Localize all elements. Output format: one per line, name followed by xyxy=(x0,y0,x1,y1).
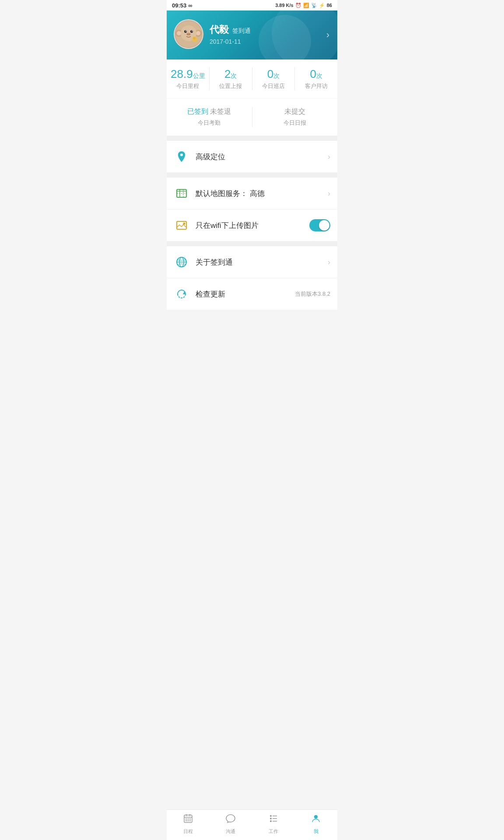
stat-visit: 0次 客户拜访 xyxy=(295,67,337,90)
location-chevron-icon: › xyxy=(328,152,330,161)
report-status-text: 未提交 xyxy=(256,107,334,116)
status-time: 09:53 xyxy=(172,2,186,9)
svg-point-12 xyxy=(189,34,190,35)
attendance-checkin: 已签到 未签退 今日考勤 xyxy=(167,107,252,127)
menu-item-about[interactable]: 关于签到通 › xyxy=(167,246,337,278)
profile-chevron-icon: › xyxy=(326,29,329,41)
divider-1 xyxy=(167,136,337,141)
not-signed-out-text: 未签退 xyxy=(210,108,231,115)
svg-point-10 xyxy=(186,33,191,35)
map-chevron-icon: › xyxy=(328,189,330,198)
refresh-icon xyxy=(174,286,189,302)
stat-distance: 28.9公里 今日里程 xyxy=(167,67,210,90)
svg-point-4 xyxy=(196,31,200,35)
map-icon xyxy=(174,186,189,201)
stat-patrol-label: 今日巡店 xyxy=(256,82,291,90)
menu-item-location[interactable]: 高级定位 › xyxy=(167,141,337,172)
version-text: 当前版本3.8.2 xyxy=(295,290,330,298)
location-icon xyxy=(174,149,189,164)
about-chevron-icon: › xyxy=(328,258,330,267)
avatar-image xyxy=(175,21,202,47)
attendance-daily-report: 未提交 今日日报 xyxy=(252,107,338,127)
svg-point-9 xyxy=(192,31,192,32)
menu-settings-section: 默认地图服务： 高德 › 只在wifi下上传图片 xyxy=(167,178,337,241)
menu-about-section: 关于签到通 › 检查更新 当前版本3.8.2 xyxy=(167,246,337,310)
location-label: 高级定位 xyxy=(196,152,328,162)
profile-banner[interactable]: 代毅 签到通 2017-01-11 › xyxy=(167,10,337,60)
menu-item-wifi-upload[interactable]: 只在wifi下上传图片 xyxy=(167,210,337,241)
signed-in-text: 已签到 xyxy=(187,108,208,115)
stat-distance-label: 今日里程 xyxy=(170,82,206,90)
menu-location-section: 高级定位 › xyxy=(167,141,337,172)
wifi-upload-toggle[interactable] xyxy=(309,219,330,231)
update-label: 检查更新 xyxy=(196,289,295,299)
stat-patrol-number: 0次 xyxy=(256,67,291,81)
globe-icon xyxy=(174,254,189,270)
menu-item-update[interactable]: 检查更新 当前版本3.8.2 xyxy=(167,278,337,310)
profile-date: 2017-01-11 xyxy=(210,38,330,45)
map-label: 默认地图服务： 高德 xyxy=(196,189,328,199)
stat-distance-number: 28.9公里 xyxy=(170,67,206,81)
about-label: 关于签到通 xyxy=(196,257,328,267)
profile-tag: 签到通 xyxy=(232,27,251,35)
daily-report-label: 今日日报 xyxy=(256,119,334,127)
stat-report: 2次 位置上报 xyxy=(210,67,252,90)
divider-3 xyxy=(167,241,337,246)
svg-point-11 xyxy=(187,34,188,35)
attendance-status-text: 已签到 未签退 xyxy=(170,107,248,116)
attendance-section: 已签到 未签退 今日考勤 未提交 今日日报 xyxy=(167,98,337,136)
stat-report-number: 2次 xyxy=(213,67,248,81)
svg-point-7 xyxy=(190,30,193,33)
svg-point-2 xyxy=(177,31,181,35)
image-icon xyxy=(174,217,189,233)
divider-2 xyxy=(167,172,337,178)
wifi-upload-label: 只在wifi下上传图片 xyxy=(196,220,309,231)
status-loop-icon: ∞ xyxy=(188,2,192,9)
stat-visit-number: 0次 xyxy=(298,67,334,81)
avatar xyxy=(174,19,203,49)
svg-point-18 xyxy=(183,223,186,225)
stat-visit-label: 客户拜访 xyxy=(298,82,334,90)
svg-point-14 xyxy=(193,37,196,39)
menu-item-map[interactable]: 默认地图服务： 高德 › xyxy=(167,178,337,210)
stat-patrol: 0次 今日巡店 xyxy=(252,67,295,90)
profile-info: 代毅 签到通 2017-01-11 xyxy=(210,23,330,45)
svg-point-8 xyxy=(186,31,186,32)
svg-point-6 xyxy=(184,30,187,33)
svg-rect-17 xyxy=(177,221,186,229)
profile-name: 代毅 xyxy=(210,23,229,36)
svg-point-15 xyxy=(180,154,183,156)
stat-report-label: 位置上报 xyxy=(213,82,248,90)
attendance-label: 今日考勤 xyxy=(170,119,248,127)
